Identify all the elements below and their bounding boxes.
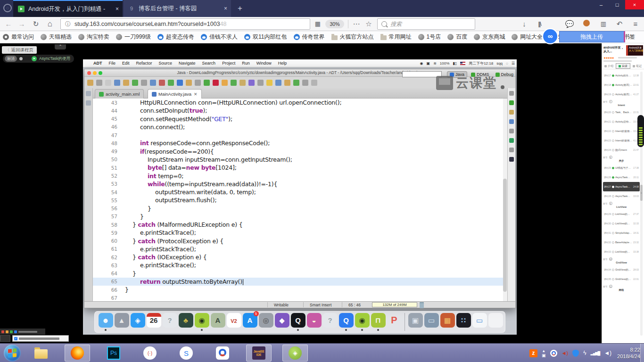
view-icon[interactable] (509, 119, 514, 124)
code-line[interactable]: 56} (93, 204, 503, 212)
dock-downloads-folder[interactable]: ▭ (423, 313, 439, 328)
package-explorer-icon[interactable] (86, 91, 91, 96)
outline-lesson[interactable]: 课时23Intent的使用(二)41:22 (603, 136, 640, 145)
play-icon[interactable] (32, 56, 37, 61)
search-input[interactable]: 搜索 (377, 18, 475, 30)
tab-close-icon[interactable]: × (224, 5, 227, 12)
close-button[interactable]: × (625, 0, 644, 9)
chat-extension-icon[interactable]: 💬 (564, 18, 575, 30)
outline-lesson[interactable]: 课时33ListView的优化33:38 (603, 247, 640, 256)
toolbar-icon[interactable] (275, 80, 281, 86)
toolbar-icon[interactable] (141, 80, 147, 86)
sidebar-tab-介绍[interactable]: 介绍 (602, 63, 616, 69)
view-icon[interactable] (509, 148, 514, 152)
bookmark-item[interactable]: 最常访问 (3, 33, 34, 41)
mac-menu-item[interactable]: Help (278, 61, 287, 66)
mac-menu-item[interactable]: Project (222, 61, 235, 66)
home-icon[interactable]: ⌂ (44, 18, 56, 30)
video-mac-screen[interactable]: ADTFileEditRefactorSourceNavigateSearchP… (83, 59, 517, 335)
collapse-handle[interactable]: ⌃ (55, 44, 66, 49)
tab-close-icon[interactable]: ✕ (194, 92, 198, 97)
tray-power-icon[interactable]: ϟ (583, 350, 586, 356)
dock-missing-app-1[interactable]: ? (162, 313, 178, 328)
bookmark-item[interactable]: 火狐官方站点 (331, 33, 374, 41)
code-line[interactable]: 48int responseCode=conn.getResponseCode(… (93, 139, 503, 147)
outline-lesson[interactable]: 课时29ListView的基本使用27:37 (603, 209, 640, 219)
reload-icon[interactable]: ↻ (30, 18, 41, 30)
library-icon[interactable]: |||\ (534, 18, 545, 30)
tray-network-icon[interactable]: ▂▄▆█ (591, 351, 600, 355)
outline-lesson[interactable]: 课时21Activity启动模式33:31 (603, 117, 640, 126)
toolbar-icon[interactable] (186, 80, 192, 86)
dock-calendar[interactable]: 26 (146, 313, 162, 328)
outline-lesson[interactable]: 课时31SimpleAdapter的使用18:31 (603, 228, 640, 238)
view-icon[interactable] (509, 138, 514, 143)
browser-tab-inactive[interactable]: 9 博客后台管理 - 博客园 × (124, 0, 231, 17)
taskbar-baidu-pan[interactable] (210, 345, 235, 362)
back-to-course-button[interactable]: 〈 返回课程页 (2, 46, 37, 54)
code-line[interactable]: 52int temp=0; (93, 172, 503, 180)
toolbar-icon[interactable] (293, 80, 299, 86)
garbage-collect-icon[interactable] (420, 302, 424, 308)
sidebar-tab-目录[interactable]: 目录 (616, 63, 630, 69)
code-line[interactable]: 61e.printStackTrace(); (93, 245, 503, 253)
dock-dark-grid-app[interactable]: ∷ (455, 313, 471, 328)
orange-extension-icon[interactable] (581, 18, 592, 30)
code-line[interactable]: 51byte[] data=new byte[1024]; (93, 164, 503, 172)
tray-baidu-pan-icon[interactable] (550, 350, 557, 357)
outline-lesson[interactable]: 课时19Activity测试(二)41:27 (603, 90, 640, 99)
taskbar-photoshop[interactable]: Ps (101, 345, 126, 362)
view-icon[interactable] (509, 91, 514, 96)
code-line[interactable]: 66} (93, 286, 503, 294)
dock-display-app[interactable]: ▭ (471, 313, 487, 328)
code-line[interactable]: 65return outputStream.toByteArray() (93, 278, 503, 286)
dock-picture-stack[interactable]: ▦ (439, 313, 455, 328)
mini-checkbox-window[interactable]: ✓ (12, 335, 69, 342)
outline-lesson[interactable]: 课时32BaseAdapter的基本用法23:32 (603, 238, 640, 247)
toolbar-icon[interactable] (132, 80, 138, 86)
dock-color-sphere-app[interactable]: ◒ (306, 313, 322, 328)
dock-trash[interactable] (487, 313, 504, 329)
bookmark-item[interactable]: 京东商城 (474, 33, 505, 41)
mini-chat-window[interactable] (0, 335, 10, 342)
outline-lesson[interactable]: 课时35GridView的使用(二)22:01 (603, 274, 640, 284)
view-icon[interactable] (509, 157, 514, 162)
code-line[interactable]: 44conn.setDoInput(true); (93, 107, 503, 115)
toolbar-icon[interactable] (257, 80, 264, 86)
mac-menu-item[interactable]: Run (242, 61, 250, 66)
code-line[interactable]: 57} (93, 213, 503, 221)
dock-android-emulator[interactable]: ⊓ (370, 313, 386, 328)
code-line[interactable]: 60} catch (ProtocolException e) { (93, 237, 503, 245)
toolbar-icon[interactable] (311, 80, 317, 86)
toolbar-icon[interactable] (168, 80, 174, 86)
menu-hamburger-icon[interactable]: ≡ (630, 18, 641, 30)
bookmark-item[interactable]: 天猫精选 (41, 33, 72, 41)
new-tab-button[interactable]: + (234, 3, 246, 14)
bookmark-item[interactable]: 一刀999级 (116, 33, 151, 41)
tray-z-icon[interactable]: z (529, 349, 537, 357)
taskbar-netease-app[interactable]: (·) (137, 345, 163, 362)
taskbar-clock[interactable]: 8:22 2018/4/24 (617, 346, 640, 360)
minimize-button[interactable]: – (593, 0, 609, 9)
view-icon[interactable] (509, 129, 514, 133)
code-line[interactable]: 45conn.setRequestMethod("GET"); (93, 115, 503, 123)
dock-app-store[interactable]: A5 (242, 313, 258, 328)
tray-qq-shield-icon[interactable] (572, 350, 579, 357)
code-line[interactable]: 47 (93, 131, 503, 139)
taskbar-firefox[interactable] (65, 345, 90, 362)
toolbar-icon[interactable] (302, 80, 308, 86)
mac-menu-item[interactable]: Navigate (179, 61, 196, 66)
code-line[interactable]: 43HttpURLConnection conn=(HttpURLConnect… (93, 99, 503, 107)
player-mini-bar[interactable]: 标清 AsyncTask的使用 (3, 55, 74, 63)
toolbar-icon[interactable] (284, 80, 290, 86)
back-icon[interactable]: ← (3, 18, 14, 30)
toolbar-icon[interactable] (213, 80, 219, 86)
toolbar-icon[interactable] (123, 80, 129, 86)
dock-finder[interactable]: ☻ (98, 313, 114, 328)
view-icon[interactable] (509, 110, 514, 115)
taskbar-explorer[interactable] (28, 345, 54, 362)
dock-system-preferences[interactable]: ◎ (258, 313, 274, 328)
bookmark-item[interactable]: 1号店 (418, 33, 441, 41)
dock-quicktime[interactable]: Q (338, 313, 354, 328)
toolbar-icon[interactable] (177, 80, 183, 86)
